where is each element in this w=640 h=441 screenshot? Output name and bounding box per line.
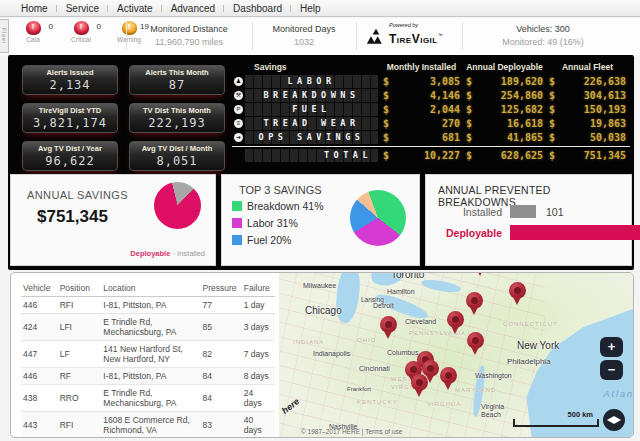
- installed-bar-row: Installed 101: [426, 205, 564, 218]
- row-label: FUEL: [245, 103, 378, 116]
- top3-legend: Breakdown 41% Labor 31% Fuel 20%: [232, 200, 323, 251]
- state-label: CONNECTICUT: [503, 321, 558, 327]
- table-row[interactable]: 446RFI-81, Pittston, PA848 days: [21, 368, 275, 385]
- map-pin[interactable]: [440, 367, 457, 384]
- tile-alerts-this-month[interactable]: Alerts This Month87: [129, 65, 225, 95]
- menu-advanced[interactable]: Advanced: [162, 3, 224, 14]
- tile-avg-dist-month[interactable]: Avg TV Dist / Month8,051: [129, 141, 225, 171]
- monitored-days-label: Monitored Days: [258, 24, 350, 34]
- ops-icon: ➔: [234, 133, 243, 142]
- critical-alert-icon: [74, 21, 89, 35]
- city-label: New York: [517, 340, 559, 351]
- monitored-distance-value: 11,960,790 miles: [132, 37, 246, 47]
- city-label: Chicago: [305, 305, 342, 316]
- fuel-icon: P: [234, 105, 243, 114]
- table-row[interactable]: 443RFI1608 E Commerce Rd, Richmond, VA83…: [21, 412, 275, 439]
- monitored-days-value: 1032: [258, 37, 350, 47]
- col-pressure[interactable]: Pressure: [201, 280, 242, 297]
- tirevigil-dashboard: Home Service Activate Advanced Dashboard…: [0, 0, 640, 441]
- table-row[interactable]: 424LFIE Trindle Rd, Mechanicsburg, PA853…: [21, 314, 275, 341]
- map-pin[interactable]: [467, 332, 484, 349]
- tile-avg-dist-year[interactable]: Avg TV Dist / Year96,622: [22, 141, 118, 171]
- monitored-distance-label: Monitored Distance: [132, 24, 246, 34]
- breakdown-swatch: [232, 201, 242, 211]
- annual-savings-value: $751,345: [37, 207, 108, 227]
- city-label: Cleveland: [405, 318, 436, 325]
- board-row-labor: ♟ LABOR $3,085 $189,620 $226,638: [232, 75, 630, 88]
- col-vehicle[interactable]: Vehicle: [21, 280, 58, 297]
- map-zoom-out-button[interactable]: −: [600, 360, 623, 380]
- monitored-distance: Monitored Distance 11,960,790 miles: [132, 24, 246, 47]
- powered-by-text: Powered by: [389, 23, 443, 29]
- tile-dist-this-month[interactable]: TV Dist This Month222,193: [129, 103, 225, 133]
- tirevigil-logo: Powered by TireVigil™: [366, 23, 443, 46]
- col-failure[interactable]: Failure: [242, 280, 275, 297]
- map-zoom-in-button[interactable]: +: [600, 337, 623, 357]
- map-layers-button[interactable]: [603, 409, 625, 431]
- monthly-installed-header: Monthly Installed: [380, 62, 463, 72]
- alert-map[interactable]: INDIANA OHIO PENNSYLVANIA WEST VIRGINIA …: [279, 273, 633, 437]
- map-scale-bar: [513, 419, 599, 427]
- tread-icon: ≡: [234, 119, 243, 128]
- alert-critical[interactable]: 0 Critical: [63, 21, 99, 43]
- table-row[interactable]: 438RROE Trindle Rd, Mechanicsburg, PA842…: [21, 385, 275, 412]
- board-row-total: TOTAL $10,227 $628,625 $751,345: [232, 146, 630, 162]
- vehicle-table: Vehicle Position Location Pressure Failu…: [21, 280, 275, 438]
- col-position[interactable]: Position: [58, 280, 102, 297]
- annual-savings-title: ANNUAL SAVINGS: [27, 189, 128, 201]
- city-label: Indianapolis: [313, 350, 350, 357]
- city-label: Frankfort: [347, 386, 371, 392]
- city-label: Toronto: [391, 273, 424, 280]
- row-label: OPS SAVINGS: [245, 131, 378, 144]
- row-label: LABOR: [245, 75, 378, 88]
- legend-fuel: Fuel 20%: [232, 234, 323, 246]
- city-label: Philadelphia: [507, 357, 551, 366]
- cata-count: 0: [49, 22, 53, 31]
- table-row[interactable]: 447LF141 New Hartford St, New Hartford, …: [21, 341, 275, 368]
- map-pin[interactable]: [509, 282, 526, 299]
- legend-labor: Labor 31%: [232, 217, 323, 229]
- city-label: Virginia Beach: [481, 403, 511, 418]
- row-label: BREAKDOWNS: [245, 89, 378, 102]
- breakdown-icon: ⚒: [234, 91, 243, 100]
- menu-activate[interactable]: Activate: [108, 3, 162, 14]
- menu-service[interactable]: Service: [57, 3, 108, 14]
- row-label: TREAD WEAR: [245, 117, 378, 130]
- divider: [126, 22, 127, 50]
- alert-cata[interactable]: 0 Cata: [15, 21, 51, 43]
- savings-board: Savings Monthly Installed Annual Deploya…: [232, 60, 630, 162]
- state-label: INDIANA: [293, 339, 324, 345]
- annual-deployable-header: Annual Deployable: [463, 62, 546, 72]
- total-label: TOTAL: [245, 149, 378, 162]
- tile-alerts-issued[interactable]: Alerts Issued2,134: [22, 65, 118, 95]
- table-row[interactable]: 446RFII-81, Pittston, PA771 day: [21, 297, 275, 314]
- city-label: Milwaukee: [303, 282, 336, 289]
- col-location[interactable]: Location: [101, 280, 200, 297]
- fuel-swatch: [232, 235, 242, 245]
- map-pin[interactable]: [466, 292, 483, 309]
- tile-dist-ytd[interactable]: TireVigil Dist YTD3,821,174: [22, 103, 118, 133]
- tirevigil-triangle-icon: [366, 28, 386, 46]
- map-pin[interactable]: [380, 316, 397, 333]
- state-label: KENTUCKY: [357, 399, 398, 405]
- critical-label: Critical: [63, 36, 99, 43]
- annual-savings-card: ANNUAL SAVINGS $751,345 Deployable · Ins…: [10, 174, 216, 266]
- map-pin[interactable]: [422, 360, 439, 377]
- annual-savings-legend: Deployable · Installed: [130, 249, 205, 258]
- map-pin[interactable]: [411, 374, 428, 391]
- bottom-panel: Vehicle Position Location Pressure Failu…: [10, 272, 634, 438]
- kpi-tiles: Alerts Issued2,134 Alerts This Month87 T…: [22, 65, 225, 171]
- map-attribution[interactable]: © 1987–2017 HERE | Terms of use: [301, 428, 402, 435]
- state-label: OHIO: [357, 337, 376, 343]
- menu-dashboard[interactable]: Dashboard: [224, 3, 291, 14]
- fleet-panel-tab[interactable]: Fleet: [0, 19, 9, 53]
- legend-breakdown: Breakdown 41%: [232, 200, 323, 212]
- map-pin[interactable]: [447, 311, 464, 328]
- divider: [462, 22, 463, 50]
- menu-bar: Home Service Activate Advanced Dashboard…: [0, 0, 640, 17]
- menu-help[interactable]: Help: [291, 3, 330, 14]
- deployable-bar: [510, 225, 640, 240]
- prevented-breakdowns-card: ANNUAL PREVENTED BREAKDOWNS Installed 10…: [425, 174, 632, 266]
- divider: [252, 22, 253, 50]
- menu-home[interactable]: Home: [12, 3, 57, 14]
